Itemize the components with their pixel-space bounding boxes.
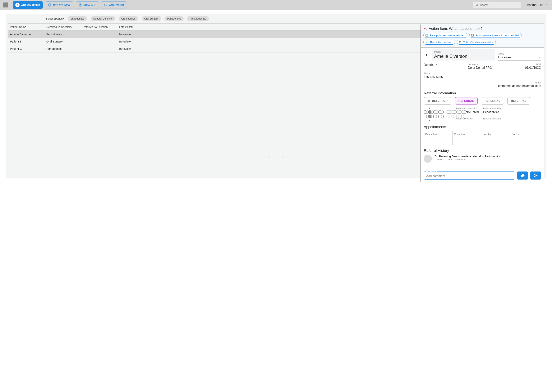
referral-flow: REFERRER REFERRAL REFERRAL REFERRAL	[424, 97, 541, 105]
tooth-number-upper: 3	[429, 107, 453, 109]
user-name: Ashton Hills	[527, 3, 543, 7]
action-items-label: ACTION ITEMS	[21, 4, 40, 7]
col-patient-name: Patient Name	[10, 25, 46, 28]
search-input[interactable]	[480, 3, 519, 7]
pager-next[interactable]	[281, 156, 284, 159]
star-icon	[428, 99, 430, 102]
flow-step-referral[interactable]: REFERRAL	[481, 97, 504, 105]
cell-status: In review	[119, 47, 150, 50]
create-new-button[interactable]: CREATE NEW	[45, 1, 73, 8]
cell-specialty: Periodontics	[46, 33, 83, 36]
user-menu[interactable]: Ashton Hills	[523, 3, 549, 7]
view-all-button[interactable]: VIEW ALL	[76, 1, 99, 8]
specialty-chip[interactable]: Oral Surgery	[142, 16, 161, 21]
appointments-title: Appointments	[424, 125, 541, 129]
pill-appointment-scheduled[interactable]: An appointment was scheduled	[423, 33, 467, 38]
send-icon	[533, 173, 538, 178]
history-meta: 10/1/23 - 11:23am - automated	[435, 158, 501, 161]
ref-specialty-value: Periodontics	[483, 110, 541, 113]
topbar: 3 ACTION ITEMS CREATE NEW VIEW ALL ANALY…	[0, 0, 552, 10]
search-icon	[475, 3, 479, 7]
specialty-filter-row: Select Specialty: Endodontics General De…	[8, 14, 544, 24]
status-value: In Review	[498, 56, 511, 59]
referral-detail-panel: Action Item: What happens next? An appoi…	[421, 24, 544, 182]
dob-value: 01/01/19XX	[508, 66, 541, 70]
cell-patient-name: Amelia Elverson	[10, 33, 46, 36]
warning-triangle-icon	[423, 27, 427, 30]
referral-info-title: Referral Information	[424, 91, 541, 95]
search-box[interactable]	[473, 2, 521, 8]
status-label: Status	[498, 53, 541, 56]
col-referred-specialty: Referred To Specialty	[46, 25, 83, 28]
appointments-table: Date / Time Procedure Location Doctor	[424, 131, 541, 145]
comment-label: Comment	[426, 170, 437, 172]
flow-step-referrer[interactable]: REFERRER	[424, 97, 451, 105]
specialty-chip[interactable]: Endodontics	[68, 16, 87, 21]
external-link-icon	[435, 63, 437, 66]
status-select[interactable]: Status In Review	[498, 52, 541, 61]
phone-value: 555-555-5555	[424, 75, 468, 79]
attach-button[interactable]	[517, 171, 528, 180]
flow-step-referral[interactable]: REFERRAL	[507, 97, 530, 105]
specialty-chip[interactable]: Periodontics	[164, 16, 184, 21]
collapse-panel-button[interactable]	[424, 52, 429, 58]
history-text: Dr. Referring Dentist made a referral to…	[435, 155, 501, 158]
flow-label: REFERRER	[432, 99, 448, 102]
patient-label: Patient	[434, 50, 493, 54]
paperclip-icon	[520, 173, 525, 178]
flow-label: REFERRAL	[458, 99, 474, 102]
col-referred-location: Referred To Location	[83, 25, 119, 28]
ref-org-label: Referral Organization	[455, 107, 481, 110]
comment-field[interactable]: Comment	[424, 171, 515, 180]
calendar-icon	[425, 34, 428, 37]
patient-name-block: Patient Amelia Elverson	[432, 49, 495, 61]
calendar-icon	[471, 34, 474, 37]
pager-prev[interactable]	[268, 156, 271, 159]
dropdown-caret-icon	[538, 56, 541, 59]
col-latest-status: Latest Statu	[119, 25, 150, 28]
svg-rect-4	[426, 34, 428, 36]
ref-specialty-label: Referral Specialty	[483, 107, 541, 110]
comment-input[interactable]	[426, 174, 513, 178]
pill-label: An appointment needs to be scheduled	[476, 34, 519, 37]
action-items-button[interactable]: 3 ACTION ITEMS	[13, 1, 43, 9]
cell-status: In review	[119, 33, 150, 36]
email-label: Email	[468, 81, 541, 84]
tooth-marked-lower	[429, 115, 431, 118]
specialty-chip[interactable]: Prosthodontics	[187, 16, 209, 21]
ref-location-label: Referral Location	[483, 117, 541, 120]
chevron-down-icon	[544, 3, 547, 7]
svg-rect-5	[471, 34, 473, 36]
pill-patient-declined[interactable]: The patient declined	[423, 40, 455, 45]
page-container: Select Specialty: Endodontics General De…	[6, 14, 546, 178]
email-value: firstname.lastname@email.com	[468, 84, 541, 88]
analytics-button[interactable]: ANALYTICS	[101, 1, 127, 8]
patient-name: Amelia Elverson	[434, 54, 493, 59]
appt-col-datetime: Date / Time	[424, 131, 452, 137]
tooth-number-lower: 30	[428, 119, 453, 121]
pill-label: This referral was a mistake	[463, 41, 493, 44]
pill-referral-mistake[interactable]: This referral was a mistake	[457, 40, 496, 45]
view-all-label: VIEW ALL	[84, 4, 96, 7]
cell-specialty: Oral Surgery	[46, 40, 83, 43]
avatar	[424, 155, 432, 163]
appt-empty-row	[424, 137, 541, 145]
insurance-label: Insurance	[468, 63, 508, 66]
history-title: Referral History	[424, 148, 541, 153]
cell-specialty: Periodontics	[46, 47, 83, 50]
dob-label: DOB	[508, 63, 541, 66]
flow-step-referral[interactable]: REFERRAL	[455, 97, 478, 105]
analytics-label: ANALYTICS	[109, 4, 124, 7]
flow-label: REFERRAL	[511, 99, 527, 102]
trash-icon	[459, 41, 462, 44]
specialty-chip[interactable]: General Dentistry	[90, 16, 115, 21]
pill-label: The patient declined	[430, 41, 452, 44]
tooth-marked-upper	[429, 110, 431, 114]
pill-appointment-needs-schedule[interactable]: An appointment needs to be scheduled	[469, 33, 522, 38]
dentrix-link[interactable]: Dentrix	[424, 63, 437, 67]
specialty-chip[interactable]: Orthodontics	[119, 16, 138, 21]
create-new-label: CREATE NEW	[53, 4, 70, 7]
send-button[interactable]	[530, 171, 541, 180]
insurance-value: Delta Dental PPO	[468, 66, 508, 70]
history-item: Dr. Referring Dentist made a referral to…	[424, 155, 541, 163]
